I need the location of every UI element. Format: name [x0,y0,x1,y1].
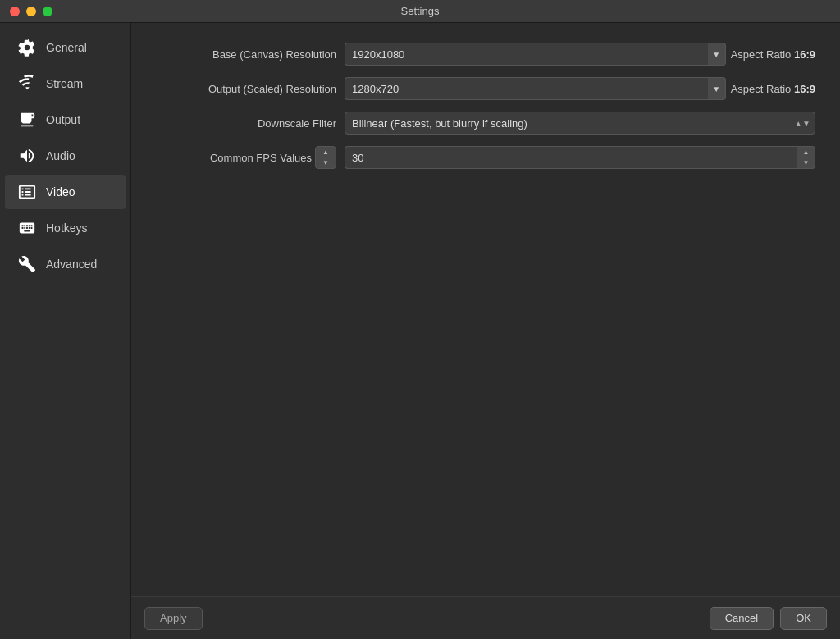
sidebar-item-advanced[interactable]: Advanced [5,247,126,281]
sidebar-item-general[interactable]: General [5,30,126,65]
base-resolution-aspect: Aspect Ratio 16:9 [731,48,815,61]
advanced-icon [18,255,36,273]
hotkeys-icon [18,219,36,237]
fps-control: ▲ ▼ [345,146,815,169]
window-title: Settings [401,5,440,17]
sidebar-stream-label: Stream [46,77,83,90]
titlebar: Settings [0,0,840,23]
fps-label: Common FPS Values [210,152,312,164]
audio-icon [18,147,36,165]
sidebar-output-label: Output [46,113,80,126]
base-aspect-value: 16:9 [794,48,815,61]
minimize-button[interactable] [26,7,36,16]
output-resolution-label: Output (Scaled) Resolution [156,83,336,95]
downscale-filter-select[interactable]: Bilinear (Fastest, but blurry if scaling… [345,112,815,135]
maximize-button[interactable] [43,7,52,16]
base-resolution-dropdown-btn[interactable]: ▼ [708,43,726,66]
base-resolution-row: Base (Canvas) Resolution ▼ Aspect Ratio … [156,43,815,66]
base-resolution-label: Base (Canvas) Resolution [156,48,336,61]
output-icon [18,111,36,129]
fps-right-stepper: ▲ ▼ [797,146,815,169]
sidebar-general-label: General [46,41,87,54]
sidebar-item-audio[interactable]: Audio [5,139,126,173]
sidebar-audio-label: Audio [46,149,75,162]
downscale-filter-select-wrapper: Bilinear (Fastest, but blurry if scaling… [345,112,815,135]
downscale-filter-label: Downscale Filter [156,117,336,130]
fps-label-wrapper: Common FPS Values ▲ ▼ [156,146,336,169]
fps-input[interactable] [345,146,797,169]
ok-button[interactable]: OK [780,607,827,630]
fps-stepper-up-btn[interactable]: ▲ [316,147,336,157]
video-settings-form: Base (Canvas) Resolution ▼ Aspect Ratio … [156,43,815,577]
base-resolution-input[interactable] [345,43,708,66]
bottom-bar: Apply Cancel OK [131,596,840,639]
bottom-right-buttons: Cancel OK [710,607,827,630]
output-resolution-control: ▼ Aspect Ratio 16:9 [345,77,815,100]
output-aspect-value: 16:9 [794,83,815,95]
close-button[interactable] [10,7,20,16]
output-resolution-aspect: Aspect Ratio 16:9 [731,83,815,95]
sidebar: General Stream Output [0,23,131,639]
output-resolution-dropdown-btn[interactable]: ▼ [708,77,726,100]
main-container: General Stream Output [0,23,840,639]
output-resolution-input[interactable] [345,77,708,100]
cancel-button[interactable]: Cancel [710,607,774,630]
base-resolution-input-group: ▼ [345,43,726,66]
fps-stepper-down-btn[interactable]: ▼ [316,157,336,168]
sidebar-advanced-label: Advanced [46,258,97,271]
gear-icon [18,39,36,57]
sidebar-item-output[interactable]: Output [5,103,126,137]
downscale-filter-control: Bilinear (Fastest, but blurry if scaling… [345,112,815,135]
fps-row: Common FPS Values ▲ ▼ ▲ ▼ [156,146,815,169]
output-resolution-row: Output (Scaled) Resolution ▼ Aspect Rati… [156,77,815,100]
fps-right-up-btn[interactable]: ▲ [797,147,815,157]
downscale-filter-row: Downscale Filter Bilinear (Fastest, but … [156,112,815,135]
sidebar-hotkeys-label: Hotkeys [46,221,88,235]
content-area: Base (Canvas) Resolution ▼ Aspect Ratio … [131,23,840,596]
fps-stepper[interactable]: ▲ ▼ [315,146,336,169]
apply-button[interactable]: Apply [144,607,203,630]
video-icon [18,183,36,201]
sidebar-item-hotkeys[interactable]: Hotkeys [5,211,126,245]
fps-input-wrapper: ▲ ▼ [345,146,815,169]
output-resolution-input-group: ▼ [345,77,726,100]
fps-right-down-btn[interactable]: ▼ [797,157,815,168]
sidebar-video-label: Video [46,185,75,199]
titlebar-buttons [10,7,52,16]
stream-icon [18,75,36,93]
sidebar-item-video[interactable]: Video [5,175,126,209]
base-resolution-control: ▼ Aspect Ratio 16:9 [345,43,815,66]
sidebar-item-stream[interactable]: Stream [5,66,126,101]
